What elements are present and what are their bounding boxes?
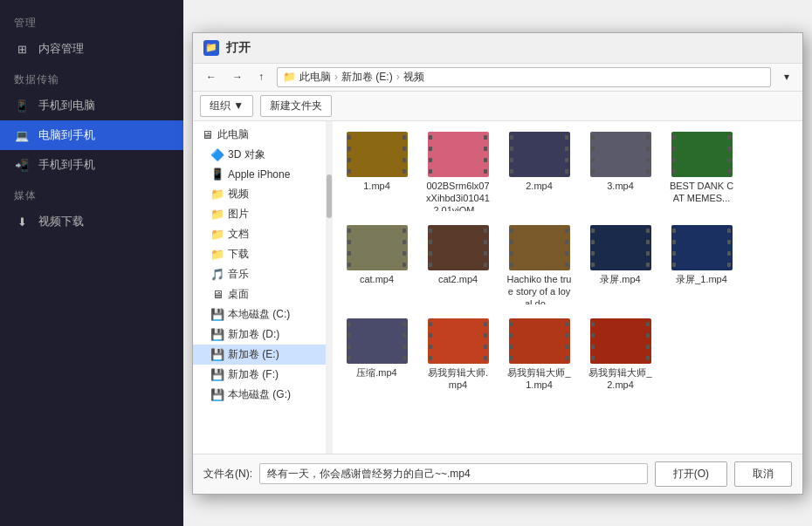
sidebar-section-manage: 管理 ⊞ 内容管理 (0, 7, 183, 64)
tree-item-new-f[interactable]: 💾 新加卷 (F:) (193, 365, 326, 385)
tree-label-pictures: 图片 (228, 207, 249, 222)
disk-g-icon: 💾 (210, 387, 224, 401)
file-thumb-hachiko (509, 225, 570, 270)
tree-label-new-f: 新加卷 (F:) (228, 367, 279, 382)
tree-item-documents[interactable]: 📁 文档 (193, 224, 326, 244)
disk-f-icon: 💾 (210, 367, 224, 381)
tree-item-apple-iphone[interactable]: 📱 Apple iPhone (193, 165, 326, 184)
sidebar-label-pc-to-phone: 电脑到手机 (38, 127, 95, 143)
new-folder-button[interactable]: 新建文件夹 (260, 95, 332, 117)
organize-button[interactable]: 组织 ▼ (200, 95, 253, 117)
dialog-body: 🖥 此电脑 🔷 3D 对象 📱 Apple iPhone 📁 视频 (193, 121, 802, 454)
main-area: 📁 打开 ← → ↑ 📁 此电脑 › 新加卷 (E:) › 视频 ▾ 组织 ▼ … (183, 0, 812, 526)
file-item-best-dank[interactable]: BEST DANK CAT MEMES... (664, 128, 739, 215)
cancel-button[interactable]: 取消 (734, 461, 792, 487)
pc-icon: 🖥 (200, 127, 214, 141)
file-item-luping[interactable]: 录屏.mp4 (583, 222, 657, 308)
file-name-yiwo1: 易我剪辑大师.mp4 (424, 366, 492, 392)
tree-label-videos: 视频 (228, 187, 249, 202)
filename-label: 文件名(N): (203, 467, 252, 482)
dropdown-button[interactable]: ▾ (778, 67, 795, 86)
tree-item-videos[interactable]: 📁 视频 (193, 184, 326, 204)
file-thumb-cat2 (428, 225, 489, 270)
tree-item-desktop[interactable]: 🖥 桌面 (193, 284, 326, 304)
tree-item-local-g[interactable]: 💾 本地磁盘 (G:) (193, 385, 326, 405)
file-name-yiwo2: 易我剪辑大师_1.mp4 (506, 366, 573, 392)
tree-label-3d: 3D 对象 (228, 147, 265, 162)
file-item-yiwo2[interactable]: 易我剪辑大师_1.mp4 (502, 315, 576, 395)
address-bar[interactable]: 📁 此电脑 › 新加卷 (E:) › 视频 (277, 67, 771, 87)
address-folder-icon: 📁 (283, 71, 296, 83)
section-title-transfer: 数据传输 (0, 64, 183, 91)
disk-d-icon: 💾 (210, 327, 224, 341)
sidebar-item-phone-to-pc[interactable]: 📱 手机到电脑 (0, 91, 183, 120)
sidebar-item-pc-to-phone[interactable]: 💻 电脑到手机 (0, 120, 183, 150)
file-thumb-1mp4 (347, 132, 408, 177)
tree-item-music[interactable]: 🎵 音乐 (193, 264, 326, 284)
file-item-hachiko[interactable]: Hachiko the true story of a loyal do... (502, 222, 576, 308)
3d-icon: 🔷 (210, 147, 224, 161)
tree-scrollbar-thumb[interactable] (327, 174, 332, 218)
file-thumb-yiwo1 (428, 318, 489, 364)
disk-c-icon: 💾 (210, 307, 224, 321)
tree-item-new-e[interactable]: 💾 新加卷 (E:) (193, 345, 326, 365)
file-thumb-yiwo2 (509, 318, 570, 364)
dialog-title-icon: 📁 (203, 40, 219, 56)
file-name-1mp4: 1.mp4 (363, 180, 390, 192)
forward-button[interactable]: → (226, 67, 249, 86)
phone-phone-icon: 📲 (14, 157, 30, 173)
video-download-icon: ⬇ (14, 214, 30, 229)
music-icon: 🎵 (210, 267, 224, 281)
sidebar-label-phone-to-pc: 手机到电脑 (38, 98, 95, 113)
open-button[interactable]: 打开(O) (655, 461, 727, 487)
tree-item-local-c[interactable]: 💾 本地磁盘 (C:) (193, 304, 326, 324)
video-folder-icon: 📁 (210, 187, 224, 201)
file-name-hachiko: Hachiko the true story of a loyal do... (506, 273, 573, 304)
tree-label-desktop: 桌面 (228, 287, 249, 302)
file-item-yiwo3[interactable]: 易我剪辑大师_2.mp4 (583, 315, 657, 395)
file-item-002b[interactable]: 002BSrm6lx07xXihbd3i010412 01yjQM... (421, 128, 495, 215)
tree-label-downloads: 下载 (228, 247, 249, 262)
back-button[interactable]: ← (200, 67, 223, 86)
tree-item-this-pc[interactable]: 🖥 此电脑 (193, 125, 326, 145)
tree-scrollbar[interactable] (326, 121, 333, 454)
file-item-2mp4[interactable]: 2.mp4 (502, 128, 576, 215)
pc-to-phone-icon: 💻 (14, 127, 30, 143)
file-item-cat2[interactable]: cat2.mp4 (421, 222, 495, 308)
disk-e-icon: 💾 (210, 347, 224, 361)
file-item-yasuo[interactable]: 压缩.mp4 (340, 315, 414, 395)
filename-input[interactable] (259, 463, 648, 484)
sidebar-item-content-mgmt[interactable]: ⊞ 内容管理 (0, 34, 183, 64)
sidebar-item-phone-to-phone[interactable]: 📲 手机到手机 (0, 150, 183, 180)
tree-label-apple-iphone: Apple iPhone (228, 168, 290, 181)
sidebar: 管理 ⊞ 内容管理 数据传输 📱 手机到电脑 💻 电脑到手机 📲 手机到手机 媒… (0, 0, 183, 526)
file-item-3mp4[interactable]: 3.mp4 (583, 128, 657, 215)
section-title-manage: 管理 (0, 7, 183, 34)
file-thumb-best-dank (671, 132, 733, 177)
tree-label-music: 音乐 (228, 267, 249, 282)
file-item-1mp4[interactable]: 1.mp4 (340, 128, 414, 215)
tree-panel-wrapper: 🖥 此电脑 🔷 3D 对象 📱 Apple iPhone 📁 视频 (193, 121, 333, 454)
file-grid: 1.mp4 002BSrm6lx07xXihbd3i010412 01yjQM.… (340, 128, 795, 395)
file-item-yiwo1[interactable]: 易我剪辑大师.mp4 (421, 315, 495, 395)
file-name-2mp4: 2.mp4 (526, 180, 553, 192)
file-name-cat2: cat2.mp4 (438, 273, 478, 285)
tree-label-local-g: 本地磁盘 (G:) (228, 387, 291, 402)
tree-label-local-c: 本地磁盘 (C:) (228, 307, 290, 322)
sidebar-item-video-download[interactable]: ⬇ 视频下载 (0, 207, 183, 236)
tree-item-new-d[interactable]: 💾 新加卷 (D:) (193, 324, 326, 345)
iphone-icon: 📱 (210, 167, 224, 181)
file-thumb-2mp4 (509, 132, 570, 177)
file-item-luping1[interactable]: 录屏_1.mp4 (664, 222, 739, 308)
up-button[interactable]: ↑ (252, 67, 270, 86)
dialog-titlebar: 📁 打开 (193, 33, 802, 64)
address-part1: 此电脑 (299, 70, 331, 85)
tree-item-downloads[interactable]: 📁 下载 (193, 244, 326, 264)
file-name-3mp4: 3.mp4 (607, 180, 634, 192)
organize-toolbar: 组织 ▼ 新建文件夹 (193, 92, 802, 121)
file-item-cat[interactable]: cat.mp4 (340, 222, 414, 308)
tree-item-pictures[interactable]: 📁 图片 (193, 204, 326, 224)
sidebar-label-phone-to-phone: 手机到手机 (38, 157, 95, 173)
tree-item-3d[interactable]: 🔷 3D 对象 (193, 145, 326, 165)
downloads-icon: 📁 (210, 247, 224, 261)
